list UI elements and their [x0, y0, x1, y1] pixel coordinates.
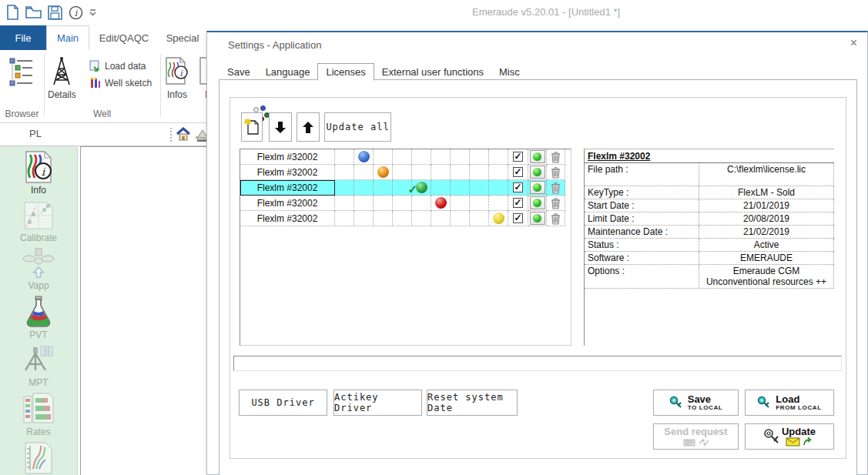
new-license-button[interactable] — [241, 112, 263, 142]
tab-licenses[interactable]: Licenses — [317, 63, 374, 81]
grid-cell: ✓ — [412, 180, 431, 196]
vapp-turbine-icon — [22, 247, 55, 279]
tab-external-user-functions[interactable]: External user functions — [374, 64, 491, 80]
pvt-flask-icon — [22, 295, 55, 329]
red-gem-icon — [435, 197, 447, 209]
toolbar-grip[interactable] — [169, 127, 173, 142]
grid-cell — [451, 180, 470, 196]
open-folder-icon[interactable] — [25, 5, 42, 19]
license-name[interactable]: Flexlm #32002 — [240, 211, 335, 226]
grid-cell — [470, 149, 489, 165]
tab-file[interactable]: File — [0, 25, 46, 50]
sidebar-item-mpt[interactable]: MPT — [0, 340, 77, 388]
move-down-button[interactable] — [269, 112, 292, 142]
grid-cell — [431, 211, 451, 226]
enabled-checkbox[interactable]: ✓ — [513, 213, 523, 223]
save-to-local-button[interactable]: Save TO LOCAL — [653, 390, 739, 416]
status-led-button[interactable] — [530, 196, 545, 209]
license-row[interactable]: Flexlm #32002✓ — [240, 165, 571, 180]
well-sketch-button[interactable]: Well sketch — [89, 76, 152, 90]
load-from-local-button[interactable]: Load FROM LOCAL — [745, 390, 834, 416]
grid-cell — [393, 211, 412, 226]
trash-icon[interactable] — [551, 212, 561, 225]
infos-button[interactable]: i Infos — [165, 56, 189, 100]
browser-button[interactable] — [8, 56, 35, 90]
move-up-button[interactable] — [297, 112, 320, 142]
enabled-checkbox[interactable]: ✓ — [513, 198, 523, 208]
home-icon[interactable] — [176, 127, 191, 142]
well-sketch-icon — [89, 77, 102, 89]
close-icon[interactable]: × — [850, 36, 857, 50]
enabled-checkbox[interactable]: ✓ — [513, 152, 523, 162]
trash-icon[interactable] — [551, 197, 561, 209]
group-label-well: Well — [44, 109, 160, 119]
details-label: KeyType : — [585, 186, 699, 199]
status-strip — [233, 356, 842, 371]
usb-driver-button[interactable]: USB Driver — [239, 390, 327, 416]
enabled-checkbox[interactable]: ✓ — [513, 182, 523, 192]
tab-main[interactable]: Main — [46, 25, 89, 50]
tab-save[interactable]: Save — [220, 64, 258, 80]
details-label: Options : — [585, 265, 699, 288]
actikey-driver-button[interactable]: Actikey Driver — [333, 390, 422, 416]
grid-cell — [412, 211, 431, 226]
sidebar-item-logs[interactable]: Logs — [0, 437, 77, 475]
license-row[interactable]: Flexlm #32002✓✓ — [240, 180, 571, 196]
licenses-tab-page: Update all Flexlm #32002✓Flexlm #32002✓F… — [219, 79, 857, 475]
license-name[interactable]: Flexlm #32002 — [240, 165, 335, 180]
save-icon[interactable] — [48, 5, 62, 20]
status-led-button[interactable] — [530, 212, 545, 225]
grid-cell — [335, 196, 354, 211]
status-led-button[interactable] — [530, 166, 545, 179]
sidebar-item-pvt[interactable]: PVT — [0, 291, 77, 340]
grid-cell — [489, 196, 508, 211]
sidebar-item-calibrate[interactable]: Calibrate — [0, 196, 77, 243]
sidebar-item-rates[interactable]: Rates — [0, 388, 77, 437]
sidebar-item-vapp[interactable]: Vapp — [0, 243, 77, 291]
browser-tree-icon — [8, 56, 35, 90]
details-label: Start Date : — [585, 199, 699, 212]
details-label: Limit Date : — [585, 212, 699, 225]
grid-cell — [393, 196, 412, 211]
grid-cell — [354, 211, 374, 226]
details-value: 21/02/2019 — [699, 226, 834, 238]
dialog-tab-bar: Save Language Licenses External user fun… — [220, 63, 528, 80]
enabled-checkbox[interactable]: ✓ — [513, 167, 523, 177]
details-button[interactable]: Details — [48, 56, 76, 100]
green-led-icon — [533, 199, 541, 207]
update-all-button[interactable]: Update all — [324, 112, 391, 142]
tab-misc[interactable]: Misc — [491, 64, 528, 80]
grid-cell — [451, 211, 470, 226]
status-led-button[interactable] — [530, 181, 545, 194]
license-name[interactable]: Flexlm #32002 — [240, 149, 335, 165]
update-button[interactable]: Update — [745, 423, 834, 450]
new-document-icon[interactable] — [6, 5, 19, 20]
info-page-icon: i — [22, 150, 55, 184]
grid-cell — [412, 149, 431, 165]
trash-icon[interactable] — [551, 166, 561, 179]
grid-cell — [431, 180, 451, 196]
license-name[interactable]: Flexlm #32002 — [240, 196, 335, 211]
new-license-icon — [244, 119, 260, 135]
green-led-icon — [533, 183, 541, 192]
trash-icon[interactable] — [551, 151, 561, 163]
grid-cell — [412, 165, 431, 180]
send-request-icons — [683, 438, 709, 447]
load-data-label: Load data — [105, 61, 146, 72]
status-led-button[interactable] — [530, 150, 545, 163]
tab-special[interactable]: Special — [159, 25, 206, 50]
info-icon[interactable]: i — [69, 5, 83, 20]
details-row: KeyType :FlexLM - Sold — [585, 186, 834, 199]
sidebar-item-info[interactable]: i Info — [0, 146, 77, 196]
tab-language[interactable]: Language — [258, 64, 318, 80]
license-name[interactable]: Flexlm #32002 — [240, 180, 335, 196]
license-row[interactable]: Flexlm #32002✓ — [240, 211, 571, 226]
license-row[interactable]: Flexlm #32002✓ — [240, 196, 571, 211]
customize-toolbar-icon[interactable] — [89, 8, 96, 16]
tab-edit-qaqc[interactable]: Edit/QAQC — [89, 25, 159, 50]
load-data-button[interactable]: Load data — [89, 59, 146, 73]
license-row[interactable]: Flexlm #32002✓ — [240, 149, 571, 165]
reset-system-date-button[interactable]: Reset system Date — [427, 390, 518, 416]
grid-cell — [374, 149, 393, 165]
trash-icon[interactable] — [551, 182, 561, 194]
